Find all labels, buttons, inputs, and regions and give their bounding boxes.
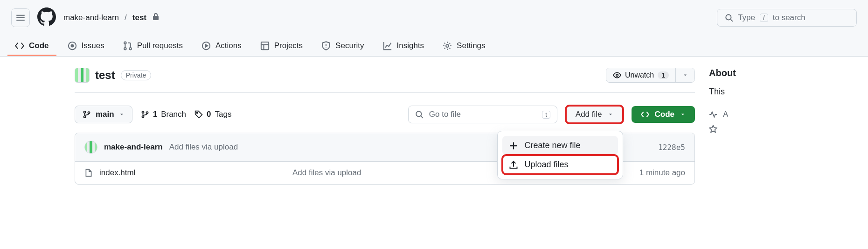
watch-count: 1 bbox=[658, 71, 669, 79]
svg-point-11 bbox=[83, 116, 85, 118]
gotofile-kbd: t bbox=[542, 111, 550, 119]
svg-point-3 bbox=[124, 42, 126, 44]
search-prefix: Type bbox=[738, 13, 755, 22]
file-icon bbox=[84, 169, 93, 177]
hamburger-icon bbox=[16, 13, 25, 22]
github-logo[interactable] bbox=[37, 7, 56, 28]
chevron-down-icon bbox=[682, 72, 688, 78]
projects-icon bbox=[260, 41, 270, 50]
svg-point-17 bbox=[416, 111, 421, 116]
star-icon bbox=[709, 125, 717, 133]
breadcrumb-slash: / bbox=[125, 13, 127, 22]
page-title: test bbox=[95, 69, 115, 82]
breadcrumb: make-and-learn / test bbox=[63, 13, 160, 23]
chevron-down-icon bbox=[119, 112, 125, 117]
code-icon bbox=[641, 110, 649, 119]
gear-icon bbox=[443, 41, 452, 50]
svg-point-10 bbox=[83, 111, 85, 113]
tab-projects[interactable]: Projects bbox=[253, 36, 310, 56]
activity-link[interactable]: A bbox=[709, 107, 736, 122]
visibility-badge: Private bbox=[121, 70, 152, 80]
search-kbd: / bbox=[760, 14, 768, 22]
breadcrumb-repo[interactable]: test bbox=[132, 13, 146, 22]
chevron-down-icon bbox=[680, 112, 686, 117]
eye-icon bbox=[613, 71, 621, 79]
tab-security[interactable]: Security bbox=[314, 36, 371, 56]
plus-icon bbox=[509, 141, 518, 150]
tab-actions[interactable]: Actions bbox=[194, 36, 249, 56]
issues-icon bbox=[68, 41, 77, 50]
svg-point-14 bbox=[142, 116, 144, 118]
branch-icon bbox=[141, 110, 149, 119]
activity-icon bbox=[709, 110, 717, 119]
svg-point-16 bbox=[197, 113, 198, 114]
chevron-down-icon bbox=[608, 112, 613, 117]
code-button[interactable]: Code bbox=[632, 106, 695, 123]
svg-point-4 bbox=[124, 48, 126, 50]
search-input[interactable]: Type / to search bbox=[717, 9, 857, 27]
svg-point-13 bbox=[142, 111, 144, 113]
svg-point-9 bbox=[616, 74, 618, 77]
branch-count-link[interactable]: 1 Branch bbox=[141, 110, 186, 119]
branch-selector[interactable]: main bbox=[75, 106, 132, 123]
tab-settings[interactable]: Settings bbox=[435, 36, 493, 56]
repo-avatar bbox=[75, 68, 90, 83]
commit-sha[interactable]: 1228e5 bbox=[658, 143, 685, 152]
tab-code[interactable]: Code bbox=[7, 36, 56, 56]
svg-rect-7 bbox=[261, 42, 269, 50]
code-icon bbox=[15, 41, 24, 50]
go-to-file-input[interactable]: Go to file t bbox=[408, 106, 557, 123]
lock-icon bbox=[152, 13, 160, 23]
star-link[interactable] bbox=[709, 122, 736, 136]
commit-author[interactable]: make-and-learn bbox=[104, 142, 163, 152]
actions-icon bbox=[201, 41, 211, 50]
security-icon bbox=[321, 41, 331, 50]
hamburger-menu[interactable] bbox=[11, 8, 30, 27]
svg-point-12 bbox=[88, 112, 90, 114]
about-desc: This bbox=[709, 87, 736, 97]
svg-point-8 bbox=[446, 44, 449, 47]
github-icon bbox=[37, 7, 56, 26]
svg-point-5 bbox=[129, 48, 132, 50]
upload-files-item[interactable]: Upload files bbox=[502, 155, 618, 174]
breadcrumb-owner[interactable]: make-and-learn bbox=[63, 13, 119, 22]
tab-insights[interactable]: Insights bbox=[375, 36, 432, 56]
svg-point-15 bbox=[146, 112, 148, 114]
unwatch-button[interactable]: Unwatch 1 bbox=[606, 68, 675, 82]
add-file-button[interactable]: Add file bbox=[566, 106, 623, 123]
svg-point-0 bbox=[726, 14, 731, 20]
tag-count-link[interactable]: 0 Tags bbox=[194, 110, 231, 119]
branch-icon bbox=[83, 110, 91, 119]
pulls-icon bbox=[123, 41, 132, 50]
upload-icon bbox=[509, 160, 518, 170]
tag-icon bbox=[194, 110, 203, 119]
insights-icon bbox=[383, 41, 392, 50]
add-file-dropdown: Create new file Upload files bbox=[497, 131, 623, 179]
watch-button-group: Unwatch 1 bbox=[606, 68, 695, 83]
avatar bbox=[84, 141, 97, 154]
tab-issues[interactable]: Issues bbox=[60, 36, 112, 56]
file-name[interactable]: index.html bbox=[99, 168, 286, 178]
search-icon bbox=[415, 110, 424, 119]
watch-dropdown-toggle[interactable] bbox=[675, 68, 694, 82]
svg-point-2 bbox=[71, 45, 73, 47]
tab-pulls[interactable]: Pull requests bbox=[116, 36, 190, 56]
create-new-file-item[interactable]: Create new file bbox=[502, 136, 618, 155]
search-suffix: to search bbox=[773, 13, 806, 22]
search-icon bbox=[725, 14, 733, 22]
commit-message[interactable]: Add files via upload bbox=[169, 142, 238, 152]
about-heading: About bbox=[709, 68, 736, 78]
